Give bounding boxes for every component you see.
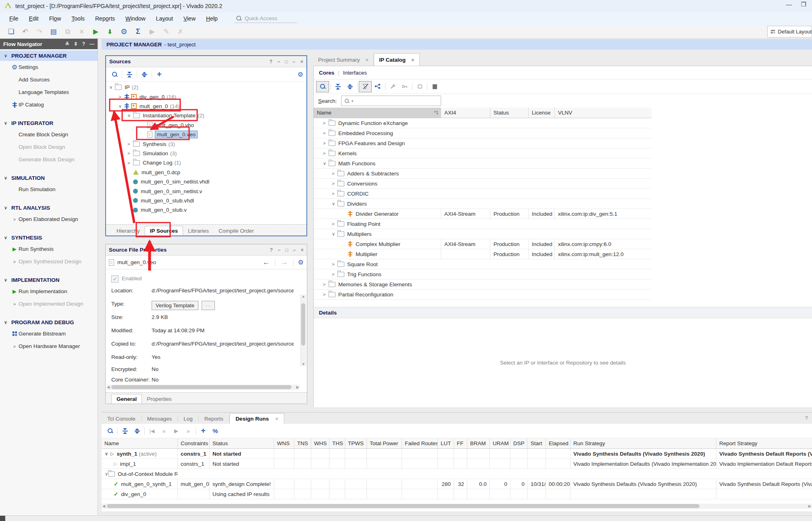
run-row-div-gen-0[interactable]: ✓div_gen_0Using cached IP results <box>102 489 812 499</box>
column-header-wns[interactable]: WNS <box>274 438 294 448</box>
menu-edit[interactable]: Edit <box>24 13 44 24</box>
create-runs-icon[interactable]: + <box>197 426 209 436</box>
run-icon[interactable]: ▶ <box>89 27 103 37</box>
tab-messages[interactable]: Messages <box>142 414 178 424</box>
menu-window[interactable]: Window <box>120 13 151 24</box>
expand-all-icon[interactable] <box>344 81 356 92</box>
tree-item-mult-gen-0-stub-v[interactable]: mult_gen_0_stub.v <box>127 205 187 215</box>
menu-view[interactable]: View <box>178 13 201 24</box>
tab-ip-sources[interactable]: IP Sources <box>145 226 183 235</box>
column-header-vlnv[interactable]: VLNV <box>554 108 652 118</box>
flow-item-settings[interactable]: ⚙Settings <box>0 61 98 73</box>
flow-item-open-hardware-manager[interactable]: >Open Hardware Manager <box>0 340 98 352</box>
tab-project-summary[interactable]: Project Summary× <box>313 54 374 66</box>
column-header-report-strategy[interactable]: Report Strategy <box>716 438 812 448</box>
customize-ip-icon[interactable] <box>387 81 399 92</box>
report-utilization-icon[interactable]: Σ <box>131 27 145 37</box>
properties-settings-icon[interactable]: ⚙ <box>298 258 304 266</box>
collapse-all-icon[interactable]: ≚ <box>65 41 69 47</box>
run-icon[interactable]: ▶ <box>170 426 182 436</box>
tree-item-mult-gen-0-vho[interactable]: mult_gen_0.vho <box>142 121 194 130</box>
subtab-interfaces[interactable]: Interfaces <box>343 70 367 76</box>
flow-section-header[interactable]: ∨PROGRAM AND DEBUG <box>0 317 98 327</box>
close-icon[interactable]: × <box>411 57 414 63</box>
percent-icon[interactable]: % <box>209 426 221 436</box>
float-icon[interactable]: ⌐ <box>293 59 296 65</box>
flow-item-ip-catalog[interactable]: IP Catalog <box>0 98 98 111</box>
tree-item-mult-gen-0-veo[interactable]: mult_gen_0.veo <box>142 130 197 139</box>
expand-all-icon[interactable] <box>138 69 150 80</box>
column-header-ths[interactable]: THS <box>329 438 345 448</box>
column-header-axi4[interactable]: AXI4 <box>441 108 490 118</box>
tab-general[interactable]: General <box>111 394 142 404</box>
expand-collapse-icon[interactable]: ⇕ <box>74 41 78 47</box>
copy-icon[interactable]: ⧉ <box>60 27 75 37</box>
help-icon[interactable]: ? <box>270 247 273 253</box>
chevron-right-icon[interactable]: > <box>127 151 133 156</box>
flow-item-generate-bitstream[interactable]: Generate Bitstream <box>0 327 98 340</box>
maximize-icon[interactable]: □ <box>285 59 288 65</box>
search-icon[interactable] <box>104 426 116 436</box>
minimize-button[interactable]: — <box>786 1 792 8</box>
run-row-impl-1[interactable]: ▷impl_1constrs_1Not startedVivado Implem… <box>102 459 812 469</box>
flow-item-open-block-design[interactable]: Open Block Design <box>0 141 98 153</box>
tree-item-synthesis[interactable]: >Synthesis(3) <box>127 139 175 148</box>
search-icon[interactable] <box>108 69 121 80</box>
tree-item-mult-gen-0[interactable]: ∨mult_gen_0(14) <box>119 102 180 111</box>
generate-bitstream-icon[interactable]: ⬇ <box>103 27 117 37</box>
tab-ip-catalog[interactable]: IP Catalog× <box>374 53 419 66</box>
flow-item-open-implemented-design[interactable]: >Open Implemented Design <box>0 298 98 310</box>
catalog-row-math-functions[interactable]: ∨Math Functions <box>314 158 652 169</box>
tab-libraries[interactable]: Libraries <box>183 226 214 235</box>
close-icon[interactable]: × <box>366 57 369 63</box>
edit-disabled-icon[interactable]: ✎ <box>159 27 173 37</box>
help-icon[interactable]: ? <box>269 59 272 65</box>
maximize-icon[interactable]: □ <box>285 247 288 253</box>
float-icon[interactable]: ⌐ <box>293 247 296 253</box>
chevron-right-icon[interactable]: > <box>323 131 329 135</box>
catalog-row-cordic[interactable]: >CORDIC <box>314 189 652 199</box>
enabled-checkbox[interactable]: ✓ <box>111 275 119 283</box>
flow-item-language-templates[interactable]: Language Templates <box>0 86 98 98</box>
open-report-icon[interactable]: ▤ <box>46 27 60 37</box>
horizontal-scrollbar[interactable]: ◀ ▶ <box>106 385 300 390</box>
catalog-row-complex-multiplier[interactable]: Complex MultiplierAXI4-StreamProductionI… <box>314 239 652 249</box>
tab-hierarchy[interactable]: Hierarchy <box>112 226 145 235</box>
chevron-right-icon[interactable]: > <box>119 94 124 99</box>
chevron-right-icon[interactable]: > <box>323 151 329 156</box>
column-header-license[interactable]: License <box>528 108 554 118</box>
catalog-row-multiplier[interactable]: MultiplierProductionIncludedxilinx.com:i… <box>314 249 652 259</box>
column-header-tpws[interactable]: TPWS <box>345 438 366 448</box>
expand-all-icon[interactable] <box>131 426 143 436</box>
column-header-whs[interactable]: WHS <box>311 438 329 448</box>
quick-access-search[interactable]: Quick Access <box>234 14 297 23</box>
close-icon[interactable]: × <box>301 247 304 253</box>
catalog-row-fpga-features-and-design[interactable]: >FPGA Features and Design <box>314 138 652 148</box>
maximize-button[interactable]: ❒ <box>801 1 806 8</box>
horizontal-scrollbar[interactable]: ◀ ▶ <box>102 504 812 509</box>
catalog-row-trig-functions[interactable]: >Trig Functions <box>314 269 652 279</box>
flow-section-header[interactable]: ∨IP INTEGRATOR <box>0 118 98 128</box>
license-key-icon[interactable] <box>399 81 411 92</box>
subtab-cores[interactable]: Cores <box>319 70 334 76</box>
minimize-icon[interactable]: − <box>278 247 281 253</box>
close-icon[interactable]: × <box>274 416 279 422</box>
first-run-icon[interactable]: |◀ <box>146 426 158 436</box>
tab-compile-order[interactable]: Compile Order <box>214 226 259 235</box>
delete-icon[interactable]: × <box>75 27 89 37</box>
close-icon[interactable]: × <box>300 59 303 65</box>
flow-section-header[interactable]: ∨RTL ANALYSIS <box>0 202 98 213</box>
column-header-bram[interactable]: BRAM <box>467 438 489 448</box>
catalog-row-embedded-processing[interactable]: >Embedded Processing <box>314 128 652 138</box>
previous-step-icon[interactable]: « <box>158 426 170 436</box>
flow-item-add-sources[interactable]: Add Sources <box>0 73 98 86</box>
tree-item-mult-gen-0-sim-netlist-v[interactable]: mult_gen_0_sim_netlist.v <box>127 186 202 196</box>
catalog-row-partial-reconfiguration[interactable]: >Partial Reconfiguration <box>314 290 652 300</box>
column-header-name[interactable]: Name <box>102 438 177 448</box>
vertical-scrollbar[interactable]: ▲ ▼ <box>300 294 306 366</box>
chevron-down-icon[interactable]: ∨ <box>127 113 133 118</box>
column-header-status[interactable]: Status <box>490 108 528 118</box>
menu-help[interactable]: Help <box>201 13 223 24</box>
menu-flow[interactable]: Flow <box>44 13 67 24</box>
tab-tcl-console[interactable]: Tcl Console <box>102 414 141 424</box>
